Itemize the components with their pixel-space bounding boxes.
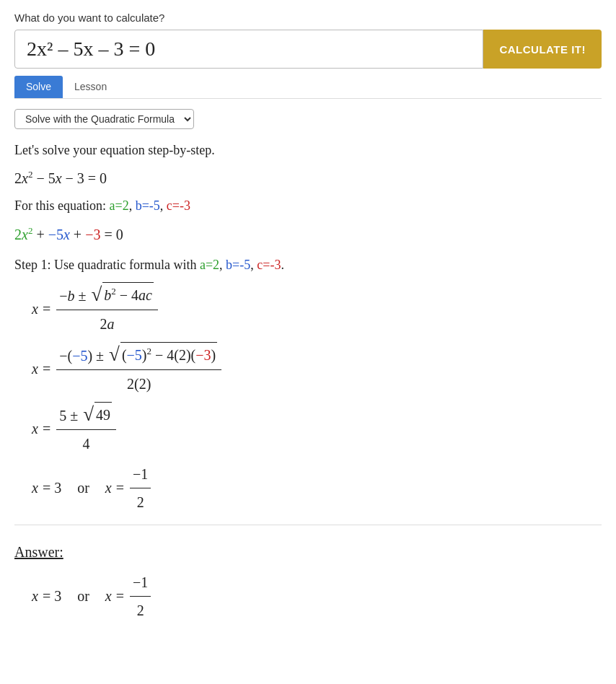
sol2-denominator: 2 — [134, 488, 147, 514]
method-select[interactable]: Solve with the Quadratic Formula — [14, 109, 194, 129]
x-sol2-var: x — [105, 475, 112, 500]
sub-denominator: 2(2) — [124, 370, 154, 396]
simp-numerator: 5 ± √49 — [56, 402, 116, 430]
equals-sol1: = 3 — [43, 475, 61, 500]
formula-simplified: x = 5 ± √49 4 — [32, 402, 602, 456]
generic-fraction: −b ± √b2 − 4ac 2a — [56, 282, 158, 336]
x-ans2-var: x — [105, 584, 112, 608]
x-var-simp: x — [32, 416, 38, 441]
x-var-sub: x — [32, 356, 38, 381]
sqrt-generic: √b2 − 4ac — [91, 282, 154, 307]
equals-sign: = — [43, 297, 50, 321]
c-value: c=-3 — [167, 198, 190, 213]
sub-c: −3 — [195, 347, 211, 363]
or-1: or — [77, 475, 89, 500]
question-label: What do you want to calculate? — [14, 12, 602, 24]
x-ans1-var: x — [32, 584, 38, 608]
formula-generic: x = −b ± √b2 − 4ac 2a — [32, 282, 602, 336]
simp-fraction: 5 ± √49 4 — [56, 402, 116, 456]
for-equation-text: For this equation: a=2, b=-5, c=-3 — [14, 195, 602, 217]
generic-denominator: 2a — [97, 310, 118, 336]
calculate-button[interactable]: CALCULATE IT! — [483, 30, 602, 69]
sub-b: −5 — [72, 348, 87, 364]
equals-ans2: = — [116, 584, 124, 608]
ans2-numerator: −1 — [130, 570, 151, 597]
intro-section: Let's solve your equation step-by-step. … — [14, 139, 602, 247]
equation-display: 2x2 − 5x − 3 = 0 — [14, 166, 602, 190]
simp-denominator: 4 — [80, 430, 93, 456]
sub-numerator: −(−5) ± √(−5)2 − 4(2)(−3) — [56, 342, 221, 370]
tab-lesson[interactable]: Lesson — [63, 76, 118, 98]
tab-solve[interactable]: Solve — [14, 76, 63, 98]
formula-substituted: x = −(−5) ± √(−5)2 − 4(2)(−3) 2(2) — [32, 342, 602, 396]
answer-section: Answer: x = 3 or x = −1 2 — [14, 540, 602, 623]
or-2: or — [77, 584, 89, 608]
a-value: a=2 — [110, 198, 129, 213]
input-row: CALCULATE IT! — [14, 30, 602, 69]
sol2-numerator: −1 — [130, 462, 151, 488]
step1-a: a=2 — [200, 258, 219, 272]
intro-text: Let's solve your equation step-by-step. — [14, 139, 602, 162]
divider — [14, 525, 602, 525]
answer-line: x = 3 or x = −1 2 — [32, 570, 602, 623]
sqrt-sub: √(−5)2 − 4(2)(−3) — [109, 342, 217, 367]
colored-b: −5x — [48, 227, 70, 242]
equals-sol2: = — [116, 475, 124, 500]
colored-a: 2x2 — [14, 227, 32, 242]
step1-c: c=-3 — [257, 258, 281, 272]
equals-simp: = — [43, 416, 50, 441]
equation-input[interactable] — [14, 30, 483, 69]
ans2-fraction: −1 2 — [130, 570, 151, 623]
x-var: x — [32, 297, 38, 321]
x-sol1-var: x — [32, 475, 38, 500]
colored-equation: 2x2 + −5x + −3 = 0 — [14, 222, 602, 247]
solutions-line: x = 3 or x = −1 2 — [32, 462, 602, 514]
sub-b2: −5 — [127, 347, 142, 363]
sqrt-simp: √49 — [83, 402, 112, 427]
step1-text: Step 1: Use quadratic formula with a=2, … — [14, 254, 602, 276]
sub-fraction: −(−5) ± √(−5)2 − 4(2)(−3) 2(2) — [56, 342, 221, 396]
step1-section: Step 1: Use quadratic formula with a=2, … — [14, 254, 602, 514]
step1-b: b=-5 — [226, 258, 250, 272]
method-select-row: Solve with the Quadratic Formula — [14, 109, 602, 129]
equals-sub: = — [43, 356, 50, 381]
b-value: b=-5 — [136, 198, 160, 213]
colored-c: −3 — [85, 227, 100, 242]
sol2-fraction: −1 2 — [130, 462, 151, 514]
generic-numerator: −b ± √b2 − 4ac — [56, 282, 158, 310]
equals-ans1: = 3 — [43, 584, 61, 608]
answer-label: Answer: — [14, 540, 602, 564]
ans2-denominator: 2 — [134, 597, 147, 623]
tabs-row: Solve Lesson — [14, 76, 602, 99]
